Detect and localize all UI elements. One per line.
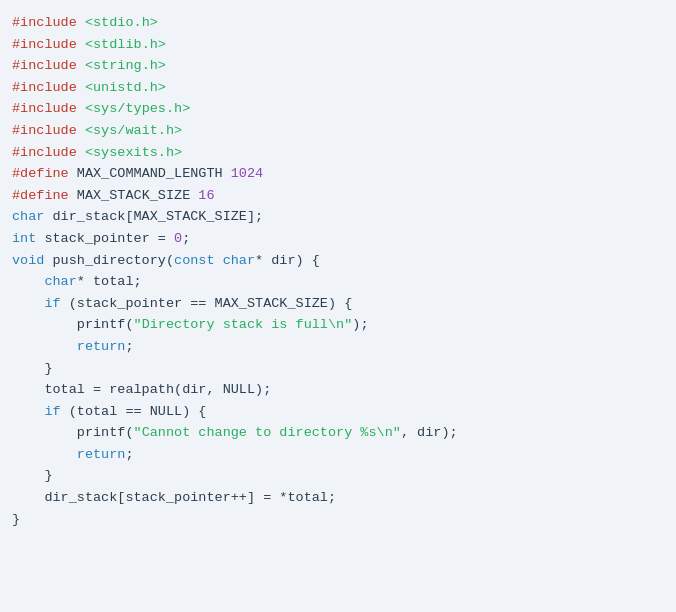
code-line: if (total == NULL) { xyxy=(12,401,660,423)
code-line: void push_directory(const char* dir) { xyxy=(12,250,660,272)
code-line: #define MAX_COMMAND_LENGTH 1024 xyxy=(12,163,660,185)
code-line: #include <string.h> xyxy=(12,55,660,77)
code-line: char dir_stack[MAX_STACK_SIZE]; xyxy=(12,206,660,228)
code-block: #include <stdio.h>#include <stdlib.h>#in… xyxy=(12,12,660,530)
code-line: #include <stdio.h> xyxy=(12,12,660,34)
code-line: dir_stack[stack_pointer++] = *total; xyxy=(12,487,660,509)
code-line: #include <sys/wait.h> xyxy=(12,120,660,142)
code-line: printf("Directory stack is full\n"); xyxy=(12,314,660,336)
code-line: } xyxy=(12,358,660,380)
code-container: #include <stdio.h>#include <stdlib.h>#in… xyxy=(0,0,676,612)
code-line: #include <sysexits.h> xyxy=(12,142,660,164)
code-line: return; xyxy=(12,336,660,358)
code-line: printf("Cannot change to directory %s\n"… xyxy=(12,422,660,444)
code-line: int stack_pointer = 0; xyxy=(12,228,660,250)
code-line: } xyxy=(12,509,660,531)
code-line: #include <sys/types.h> xyxy=(12,98,660,120)
code-line: char* total; xyxy=(12,271,660,293)
code-line: if (stack_pointer == MAX_STACK_SIZE) { xyxy=(12,293,660,315)
code-line: total = realpath(dir, NULL); xyxy=(12,379,660,401)
code-line: #define MAX_STACK_SIZE 16 xyxy=(12,185,660,207)
code-line: return; xyxy=(12,444,660,466)
code-line: } xyxy=(12,465,660,487)
code-line: #include <stdlib.h> xyxy=(12,34,660,56)
code-line: #include <unistd.h> xyxy=(12,77,660,99)
